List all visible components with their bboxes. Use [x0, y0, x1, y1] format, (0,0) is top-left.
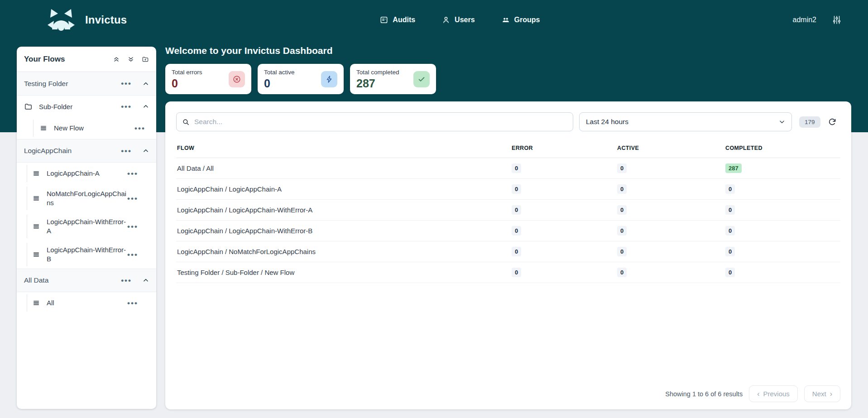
more-options-icon[interactable]: •••: [126, 299, 139, 307]
search-input[interactable]: [194, 118, 567, 126]
stat-label: Total active: [264, 69, 295, 76]
error-cell: 0: [511, 241, 616, 262]
refresh-icon[interactable]: [828, 117, 837, 126]
nav-item-label: Users: [455, 16, 475, 24]
stat-card-total-completed: Total completed 287: [350, 64, 436, 94]
flow-cell: LogicAppChain / NoMatchForLogicAppChains: [176, 241, 511, 262]
bolt-icon: [321, 71, 337, 87]
stat-label: Total errors: [172, 69, 202, 76]
table-row[interactable]: Testing Folder / Sub-Folder / New Flow 0…: [176, 262, 840, 283]
flow-icon: [39, 124, 48, 132]
table-row[interactable]: All Data / All 0 0 287: [176, 158, 840, 179]
more-options-icon[interactable]: •••: [126, 170, 139, 178]
next-page-button[interactable]: Next ›: [804, 385, 840, 402]
stat-card-total-errors: Total errors 0: [165, 64, 251, 94]
table-row[interactable]: LogicAppChain / LogicAppChain-WithError-…: [176, 200, 840, 221]
more-options-icon[interactable]: •••: [120, 147, 133, 155]
nav-item-users[interactable]: Users: [441, 15, 475, 24]
sidebar-folder-sub-folder[interactable]: Sub-Folder •••: [17, 96, 156, 117]
chevron-up-icon[interactable]: [143, 81, 149, 87]
more-options-icon[interactable]: •••: [126, 195, 139, 202]
table-toolbar: Last 24 hours 179: [176, 112, 840, 131]
flow-label: LogicAppChain-WithError-A: [47, 217, 126, 236]
brand: Invictus: [45, 8, 127, 32]
flows-sidebar: Your Flows Testing Folder ••• Sub-Folder…: [17, 47, 156, 409]
sidebar-flow-all[interactable]: All •••: [17, 292, 156, 314]
nav-item-label: Groups: [514, 16, 540, 24]
sidebar-section-all-data[interactable]: All Data •••: [17, 269, 156, 292]
section-label: LogicAppChain: [24, 147, 120, 155]
sidebar-flow-logicappchain-witherror-a[interactable]: LogicAppChain-WithError-A •••: [17, 212, 156, 240]
chevron-up-icon[interactable]: [143, 277, 149, 283]
top-nav: Audits Users Groups: [127, 15, 792, 24]
stat-value: 287: [356, 77, 399, 90]
flows-table: FLOW ERROR ACTIVE COMPLETED All Data / A…: [176, 140, 840, 283]
time-range-value: Last 24 hours: [586, 118, 779, 126]
nav-item-groups[interactable]: Groups: [501, 15, 540, 24]
sidebar-flow-new-flow[interactable]: New Flow •••: [17, 117, 156, 139]
flow-label: NoMatchForLogicAppChains: [47, 189, 126, 208]
active-cell: 0: [616, 179, 724, 200]
completed-cell: 0: [724, 179, 840, 200]
flow-label: New Flow: [54, 124, 134, 133]
sidebar-flow-logicappchain-a[interactable]: LogicAppChain-A •••: [17, 163, 156, 184]
previous-page-button[interactable]: ‹ Previous: [749, 385, 798, 402]
sidebar-flow-logicappchain-witherror-b[interactable]: LogicAppChain-WithError-B •••: [17, 240, 156, 269]
table-row[interactable]: LogicAppChain / LogicAppChain-A 0 0 0: [176, 179, 840, 200]
error-cell: 0: [511, 158, 616, 179]
error-cell: 0: [511, 262, 616, 283]
sidebar-section-logicappchain[interactable]: LogicAppChain •••: [17, 139, 156, 163]
chevron-up-icon[interactable]: [143, 148, 149, 154]
flow-cell: All Data / All: [176, 158, 511, 179]
stat-label: Total completed: [356, 69, 399, 76]
flow-cell: Testing Folder / Sub-Folder / New Flow: [176, 262, 511, 283]
folder-label: Sub-Folder: [39, 103, 120, 111]
sidebar-title: Your Flows: [24, 55, 113, 64]
section-label: All Data: [24, 276, 120, 284]
more-options-icon[interactable]: •••: [134, 125, 146, 132]
flow-label: All: [47, 298, 126, 307]
active-cell: 0: [616, 200, 724, 221]
flow-icon: [32, 222, 40, 231]
active-cell: 0: [616, 262, 724, 283]
flow-cell: LogicAppChain / LogicAppChain-WithError-…: [176, 221, 511, 241]
more-options-icon[interactable]: •••: [120, 80, 133, 87]
flow-icon: [32, 250, 40, 259]
stat-card-total-active: Total active 0: [258, 64, 344, 94]
search-icon: [182, 118, 190, 126]
expand-all-icon[interactable]: [127, 56, 134, 63]
more-options-icon[interactable]: •••: [120, 277, 133, 284]
main-content: Welcome to your Invictus Dashboard Total…: [165, 45, 851, 409]
new-folder-icon[interactable]: [142, 56, 149, 63]
more-options-icon[interactable]: •••: [120, 103, 133, 111]
column-header-error: ERROR: [511, 140, 616, 158]
more-options-icon[interactable]: •••: [126, 251, 139, 259]
time-range-select[interactable]: Last 24 hours: [579, 112, 792, 131]
table-row[interactable]: LogicAppChain / LogicAppChain-WithError-…: [176, 221, 840, 241]
current-user[interactable]: admin2: [793, 16, 816, 24]
more-options-icon[interactable]: •••: [126, 223, 139, 231]
column-header-completed: COMPLETED: [724, 140, 840, 158]
settings-sliders-icon[interactable]: [832, 15, 842, 25]
table-row[interactable]: LogicAppChain / NoMatchForLogicAppChains…: [176, 241, 840, 262]
audits-icon: [379, 15, 388, 24]
page-title: Welcome to your Invictus Dashboard: [165, 45, 851, 56]
sidebar-section-testing-folder[interactable]: Testing Folder •••: [17, 72, 156, 96]
chevron-up-icon[interactable]: [143, 103, 149, 110]
sidebar-header: Your Flows: [17, 47, 156, 72]
completed-cell: 0: [724, 241, 840, 262]
collapse-all-icon[interactable]: [113, 56, 120, 63]
circle-x-icon: [229, 71, 245, 87]
nav-item-audits[interactable]: Audits: [379, 15, 415, 24]
flow-label: LogicAppChain-A: [47, 169, 126, 178]
users-icon: [441, 15, 451, 24]
active-cell: 0: [616, 158, 724, 179]
folder-icon: [24, 102, 33, 111]
top-right: admin2: [793, 15, 842, 25]
search-box: [176, 112, 573, 131]
sidebar-flow-nomatchforlogicappchains[interactable]: NoMatchForLogicAppChains •••: [17, 184, 156, 212]
results-summary: Showing 1 to 6 of 6 results: [665, 390, 743, 398]
flow-label: LogicAppChain-WithError-B: [47, 245, 126, 264]
column-header-active: ACTIVE: [616, 140, 724, 158]
flow-cell: LogicAppChain / LogicAppChain-A: [176, 179, 511, 200]
